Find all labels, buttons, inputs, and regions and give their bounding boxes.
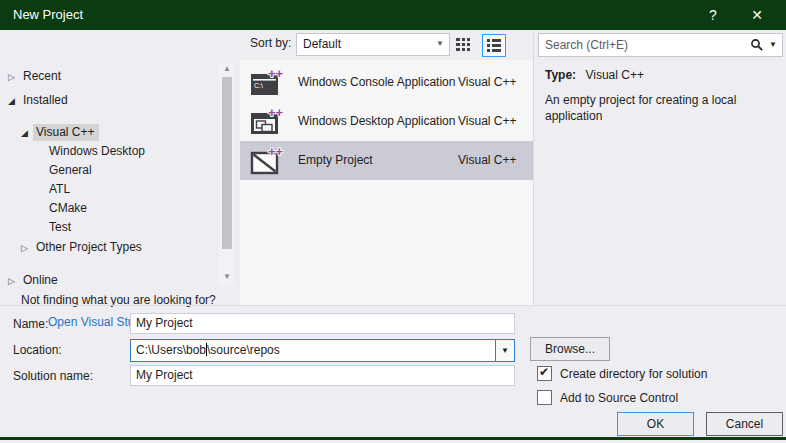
empty-project-icon: ++ xyxy=(249,145,285,177)
dialog-title: New Project xyxy=(13,0,83,30)
chevron-expanded-icon[interactable] xyxy=(21,124,33,142)
search-input[interactable]: Search (Ctrl+E) ▼ xyxy=(538,33,783,57)
name-label: Name: xyxy=(13,317,48,331)
tree-item-general[interactable]: General xyxy=(46,161,97,179)
help-button[interactable]: ? xyxy=(696,0,730,30)
solution-name-label: Solution name: xyxy=(13,369,93,383)
tree-item-label[interactable]: Installed xyxy=(20,92,73,109)
browse-button[interactable]: Browse... xyxy=(530,337,610,361)
scroll-up-icon[interactable]: ▲ xyxy=(219,63,235,75)
template-name[interactable]: Windows Desktop Application xyxy=(298,114,455,128)
list-view-icon xyxy=(487,39,503,54)
solution-name-field[interactable]: My Project xyxy=(130,365,515,386)
tree-item-test[interactable]: Test xyxy=(46,218,76,236)
new-project-dialog: New Project ? ✕ Recent Installed Visual … xyxy=(0,0,786,443)
tree-item-label[interactable]: Test xyxy=(46,219,76,236)
title-bar: New Project ? ✕ xyxy=(0,0,786,30)
tree-item-recent[interactable]: Recent xyxy=(8,67,66,85)
svg-text:++: ++ xyxy=(268,67,284,81)
template-language: Visual C++ xyxy=(458,153,516,167)
tree-scrollbar[interactable]: ▲ ▼ xyxy=(219,63,235,285)
tree-item-other-project-types[interactable]: Other Project Types xyxy=(21,238,147,256)
template-description: An empty project for creating a local ap… xyxy=(545,92,780,124)
desktop-app-icon: ++ xyxy=(249,106,285,138)
tree-item-installed[interactable]: Installed xyxy=(8,91,73,109)
location-dropdown-button[interactable]: ▼ xyxy=(495,340,514,361)
svg-text:C:\: C:\ xyxy=(254,82,263,89)
scroll-down-icon[interactable]: ▼ xyxy=(219,271,235,283)
tree-item-cmake[interactable]: CMake xyxy=(46,199,92,217)
chevron-collapsed-icon[interactable] xyxy=(8,272,20,290)
location-label: Location: xyxy=(13,343,62,357)
type-value: Visual C++ xyxy=(585,68,643,82)
location-value-before-caret: C:\Users\bob xyxy=(136,343,206,357)
search-icon[interactable] xyxy=(750,38,764,52)
svg-text:++: ++ xyxy=(268,145,284,159)
panel-divider xyxy=(533,30,534,305)
section-divider xyxy=(0,305,786,306)
location-field[interactable]: C:\Users\bob\source\repos ▼ xyxy=(130,339,515,362)
checkbox-unchecked-icon[interactable] xyxy=(537,390,552,405)
tree-item-label[interactable]: Windows Desktop xyxy=(46,143,150,160)
tree-item-label[interactable]: General xyxy=(46,162,97,179)
tree-item-visual-cpp[interactable]: Visual C++ xyxy=(21,123,99,141)
console-app-icon: C:\ ++ xyxy=(249,67,285,99)
template-row-desktop[interactable]: ++ Windows Desktop Application Visual C+… xyxy=(240,102,533,141)
dialog-bottom-border xyxy=(0,437,786,440)
tree-item-label[interactable]: ATL xyxy=(46,181,75,198)
template-details: Type: Visual C++ An empty project for cr… xyxy=(545,68,780,124)
template-list: C:\ ++ Windows Console Application Visua… xyxy=(240,60,533,305)
tree-item-label[interactable]: CMake xyxy=(46,200,92,217)
tree-item-windows-desktop[interactable]: Windows Desktop xyxy=(46,142,150,160)
checkbox-checked-icon[interactable]: ✔ xyxy=(537,366,552,381)
close-button[interactable]: ✕ xyxy=(740,0,774,30)
template-row-console[interactable]: C:\ ++ Windows Console Application Visua… xyxy=(240,63,533,102)
template-name[interactable]: Windows Console Application xyxy=(298,75,455,89)
template-row-empty-project[interactable]: ++ Empty Project Visual C++ xyxy=(240,141,533,180)
chevron-expanded-icon[interactable] xyxy=(8,92,20,110)
tree-item-label[interactable]: Online xyxy=(20,272,63,289)
chevron-down-icon: ▼ xyxy=(501,346,509,355)
svg-text:++: ++ xyxy=(268,106,284,120)
category-tree: Recent Installed Visual C++ Windows Desk… xyxy=(0,30,240,305)
chevron-collapsed-icon[interactable] xyxy=(21,239,33,257)
small-icons-view-icon xyxy=(456,38,472,53)
create-directory-label[interactable]: Create directory for solution xyxy=(560,367,707,381)
cancel-button[interactable]: Cancel xyxy=(706,412,783,436)
type-label: Type: xyxy=(545,68,576,82)
tree-item-label[interactable]: Visual C++ xyxy=(33,124,99,141)
tree-item-label[interactable]: Other Project Types xyxy=(33,239,147,256)
sort-by-value: Default xyxy=(303,37,341,51)
add-source-control-label[interactable]: Add to Source Control xyxy=(560,391,678,405)
tree-item-online[interactable]: Online xyxy=(8,271,63,289)
chevron-collapsed-icon[interactable] xyxy=(8,68,20,86)
scroll-thumb[interactable] xyxy=(222,77,232,249)
tree-item-atl[interactable]: ATL xyxy=(46,180,75,198)
ok-button[interactable]: OK xyxy=(617,412,694,436)
sort-by-dropdown[interactable]: Default ▼ xyxy=(296,33,450,56)
small-icons-view-button[interactable] xyxy=(452,34,476,57)
template-language: Visual C++ xyxy=(458,75,516,89)
template-language: Visual C++ xyxy=(458,114,516,128)
chevron-down-icon: ▼ xyxy=(436,39,444,48)
search-placeholder: Search (Ctrl+E) xyxy=(545,38,628,52)
sort-by-label: Sort by: xyxy=(250,36,291,50)
template-name[interactable]: Empty Project xyxy=(298,153,373,167)
tree-item-label[interactable]: Recent xyxy=(20,68,66,85)
location-value-after-caret: \source\repos xyxy=(207,343,280,357)
name-field[interactable]: My Project xyxy=(130,313,515,334)
list-view-button[interactable] xyxy=(482,34,506,57)
search-options-chevron-icon[interactable]: ▼ xyxy=(769,40,777,49)
